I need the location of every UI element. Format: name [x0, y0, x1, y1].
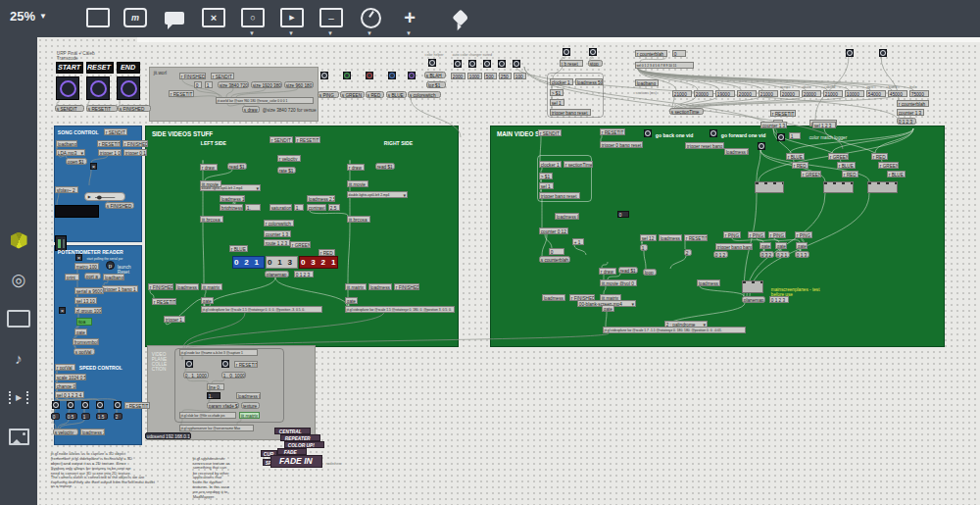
- box-obj-246[interactable]: r PING: [723, 231, 741, 238]
- box-num-14[interactable]: 0: [194, 81, 202, 88]
- box-msg-148[interactable]: read $1: [227, 163, 247, 170]
- box-obj-278[interactable]: loadmess 0.: [236, 392, 261, 399]
- box-obj-56[interactable]: sel 1: [550, 99, 564, 106]
- box-msg-279[interactable]: texture: [241, 402, 260, 409]
- box-obj-55[interactable]: > $1: [550, 89, 564, 96]
- box-pak-241[interactable]: [823, 181, 854, 193]
- box-msg-274[interactable]: 1., 0. 1000: [221, 372, 246, 379]
- button-icon[interactable]: ○: [241, 6, 265, 29]
- box-btn-49[interactable]: [589, 48, 597, 56]
- box-msgdark-136[interactable]: 0.5: [66, 413, 77, 420]
- toggle-icon[interactable]: ×: [202, 6, 225, 29]
- box-obj-114[interactable]: loadbang: [103, 274, 124, 280]
- box-msg-150[interactable]: rate $1: [277, 167, 296, 174]
- video-strip-icon[interactable]: ▶: [0, 382, 37, 412]
- box-msg-277[interactable]: param xfade $1: [207, 402, 239, 409]
- box-msg-224[interactable]: loop: [643, 269, 657, 276]
- box-btn-25[interactable]: [366, 72, 373, 79]
- box-btn-48[interactable]: [563, 48, 570, 56]
- box-btn-24[interactable]: [343, 72, 351, 79]
- box-msg-8[interactable]: s SENDIT: [55, 105, 84, 112]
- box-obj-282[interactable]: jit.gl.syphonserver loz @servername Max: [179, 425, 254, 431]
- 3d-cube-icon[interactable]: [0, 226, 37, 255]
- object-box-icon[interactable]: [86, 6, 110, 29]
- zoom-control[interactable]: 25%▼: [10, 9, 47, 24]
- box-obj-236[interactable]: r GREEN: [801, 171, 821, 177]
- box-obj-210[interactable]: loadmess 0: [555, 213, 579, 220]
- box-btn-34[interactable]: [428, 59, 436, 67]
- box-subp-285[interactable]: REPEATER: [280, 434, 320, 441]
- box-obj-13[interactable]: r SENDIT: [211, 73, 234, 79]
- reset-label[interactable]: RESET: [86, 62, 114, 74]
- box-msg-257[interactable]: 0 1 3 2: [795, 251, 809, 258]
- box-msg-140[interactable]: s velocity: [53, 429, 78, 435]
- box-msg-18[interactable]: size 960 180: [284, 81, 314, 88]
- box-obj-217[interactable]: sel 12: [640, 234, 657, 241]
- box-msg-17[interactable]: size 1920 380: [251, 81, 282, 88]
- box-obj-188[interactable]: gate: [345, 297, 358, 304]
- box-obj-244[interactable]: r BLUE: [887, 171, 906, 177]
- box-msg-51[interactable]: stop: [588, 60, 603, 67]
- box-btn-133[interactable]: [114, 401, 122, 409]
- box-toggle-118[interactable]: [59, 307, 66, 314]
- box-msg-256[interactable]: 0 2 1 3: [775, 251, 790, 258]
- box-msg-29[interactable]: s GREEN: [340, 91, 365, 98]
- box-num-44[interactable]: 1000: [467, 73, 482, 79]
- end-button[interactable]: [117, 76, 140, 100]
- box-num-45[interactable]: 500: [484, 73, 497, 79]
- box-msg-81[interactable]: s sectionTime: [669, 108, 704, 115]
- box-obj-242[interactable]: r RED: [871, 153, 888, 160]
- box-subp-286[interactable]: COLOR UP!: [284, 441, 324, 448]
- box-obj-117[interactable]: sel 13 10: [74, 297, 97, 304]
- box-obj-60[interactable]: sel 0 1 2 3 4 5 6 7 8 9 10 11: [635, 62, 694, 69]
- box-obj-197[interactable]: trigger 0 bang reset: [600, 141, 643, 148]
- box-obj-61[interactable]: loadbang: [635, 79, 659, 86]
- box-msg-30[interactable]: s RED: [366, 91, 384, 98]
- box-obj-12[interactable]: r FINISHED: [179, 73, 206, 79]
- box-obj-227[interactable]: loadmess 1: [542, 294, 565, 301]
- box-obj-209[interactable]: trigger bang reset: [539, 192, 580, 199]
- box-btn-42[interactable]: [513, 60, 520, 68]
- box-msgdark-135[interactable]: 0: [51, 413, 60, 420]
- box-obj-174[interactable]: jit.matrix: [201, 283, 222, 290]
- box-obj-248[interactable]: r PING: [768, 231, 786, 238]
- box-obj-233[interactable]: sel 1 2 3: [812, 122, 836, 128]
- box-objgreen2-281[interactable]: jit.matrix: [239, 412, 260, 419]
- box-obj-92[interactable]: loadbang: [56, 140, 77, 147]
- box-obj-116[interactable]: serial a 9600: [74, 287, 104, 294]
- box-num-75[interactable]: 20000: [802, 90, 821, 97]
- end-label[interactable]: END: [117, 62, 140, 74]
- box-msg-123[interactable]: s potVal: [74, 348, 95, 355]
- box-num-43[interactable]: 2000: [451, 73, 466, 79]
- box-num-77[interactable]: 10000: [845, 90, 864, 97]
- box-num-74[interactable]: 20000: [780, 90, 800, 97]
- box-obj-85[interactable]: counter 1 3: [897, 109, 924, 116]
- box-obj-122[interactable]: fromsymbol: [73, 338, 99, 345]
- box-obj-183[interactable]: jit.movie: [347, 180, 368, 187]
- box-obj-155[interactable]: saturation: [270, 204, 292, 211]
- box-obj-229[interactable]: jit.matrix: [600, 294, 621, 301]
- box-num-76[interactable]: 21000: [823, 90, 843, 97]
- box-num-202[interactable]: 1: [789, 132, 801, 139]
- box-btn-27[interactable]: [408, 72, 416, 79]
- box-msg-273[interactable]: 0., 1. 1000: [183, 372, 209, 379]
- box-objgreen-120[interactable]: itoa: [76, 318, 92, 326]
- box-obj-219[interactable]: r RESETIT: [684, 234, 708, 241]
- box-obj-240[interactable]: r RED: [842, 171, 858, 177]
- box-msg-96[interactable]: open $1: [66, 158, 87, 165]
- box-msg-182[interactable]: read $1: [375, 163, 395, 170]
- box-btn-131[interactable]: [81, 401, 89, 409]
- box-pak-259[interactable]: [742, 280, 763, 293]
- box-num-70[interactable]: 20000: [694, 90, 713, 97]
- playbar-icon[interactable]: ▶: [280, 6, 304, 29]
- box-obj-53[interactable]: clocker 1: [550, 78, 573, 85]
- box-num-15[interactable]: 1: [205, 81, 213, 88]
- box-obj-230[interactable]: gate: [602, 305, 614, 312]
- box-obj-235[interactable]: r RED: [792, 162, 808, 169]
- box-obj-141[interactable]: loadmess 1: [80, 429, 105, 435]
- box-msgdark-139[interactable]: 2: [114, 413, 122, 420]
- box-obj-231[interactable]: jit.gl.videoplane loz @scale 1.7 -1.1 @r…: [603, 327, 746, 333]
- box-subp-287[interactable]: FADE: [277, 448, 307, 455]
- box-num-159[interactable]: 2.5: [328, 204, 340, 211]
- box-obj-119[interactable]: zl group 100: [74, 307, 102, 314]
